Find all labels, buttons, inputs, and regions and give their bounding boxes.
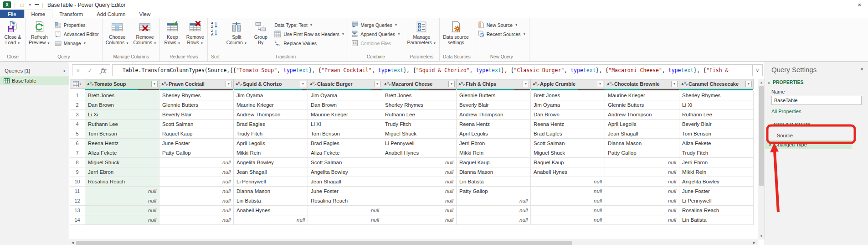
cell[interactable]: Dan Brown — [531, 110, 605, 120]
column-header-tomato-soup[interactable]: ABCTomato Soup▼ — [85, 79, 159, 89]
cell[interactable]: June Foster — [308, 187, 382, 196]
column-header-chocolate-brownie[interactable]: ABCChocolate Brownie▼ — [605, 79, 679, 89]
cell[interactable]: Trudy Fitch — [382, 120, 457, 129]
cell[interactable]: null — [382, 158, 457, 167]
recent-sources-button[interactable]: Recent Sources▼ — [476, 30, 528, 38]
replace-values-button[interactable]: 1 2 Replace Values — [272, 39, 346, 47]
cell[interactable]: Reena Hentz — [531, 120, 605, 129]
cell[interactable]: Mikki Rein — [679, 167, 754, 177]
cell[interactable]: null — [85, 187, 159, 196]
sort-ascending-button[interactable]: A Z — [209, 21, 220, 28]
cell[interactable]: null — [457, 215, 531, 225]
horizontal-scrollbar-thumb[interactable] — [76, 241, 572, 245]
cell[interactable]: Ruthann Lee — [85, 120, 159, 129]
cell[interactable]: null — [308, 215, 382, 225]
cell[interactable]: April Legolis — [234, 139, 308, 148]
cell[interactable]: Jean Shagall — [234, 167, 308, 177]
filter-icon[interactable]: ▼ — [523, 81, 529, 87]
cell[interactable]: Sherley Rhymes — [382, 100, 457, 110]
cell[interactable]: June Foster — [159, 139, 234, 148]
row-number[interactable]: 9 — [70, 167, 85, 177]
cell[interactable]: null — [159, 215, 234, 225]
cell[interactable]: Miguel Shuck — [382, 129, 457, 139]
advanced-editor-button[interactable]: Advanced Editor — [53, 30, 101, 38]
cell[interactable]: Jim Oyama — [234, 91, 308, 100]
scroll-left-icon[interactable]: ◀ — [69, 241, 76, 245]
window-close-icon[interactable]: × — [851, 1, 868, 8]
cell[interactable]: Scott Salman — [159, 120, 234, 129]
vertical-scrollbar-thumb[interactable] — [759, 86, 764, 186]
cell[interactable]: Andrew Thompson — [457, 110, 531, 120]
cell[interactable]: Patty Gallop — [159, 148, 234, 158]
cell[interactable]: Lin Batista — [679, 215, 754, 225]
cell[interactable]: Beverly Blair — [457, 100, 531, 110]
column-header-caramel-cheesecake[interactable]: ABCCaramel Cheesecake▼ — [679, 79, 754, 89]
cell[interactable]: Dianna Mason — [457, 167, 531, 177]
cell[interactable]: null — [457, 196, 531, 206]
tab-home[interactable]: Home — [24, 10, 53, 18]
cell[interactable]: Anabell Hynes — [531, 167, 605, 177]
cell[interactable]: Brad Eagles — [234, 120, 308, 129]
data-type-text-button[interactable]: Data Type: Text▼ — [272, 21, 346, 29]
cell[interactable]: Jean Shagall — [605, 129, 679, 139]
cell[interactable]: Dan Brown — [308, 100, 382, 110]
cell[interactable]: Jerri Ebron — [679, 158, 754, 167]
vertical-scrollbar[interactable]: ▲ ▼ — [758, 79, 765, 240]
cell[interactable]: null — [605, 187, 679, 196]
cell[interactable]: June Foster — [679, 187, 754, 196]
cell[interactable]: null — [382, 206, 457, 215]
cell[interactable]: Brett Jones — [85, 91, 159, 100]
cell[interactable]: null — [605, 167, 679, 177]
row-number[interactable]: 8 — [70, 158, 85, 167]
cell[interactable]: null — [382, 167, 457, 177]
cell[interactable]: Sherley Rhymes — [159, 91, 234, 100]
column-header-classic-burger[interactable]: ABCClassic Burger▼ — [308, 79, 382, 89]
cell[interactable]: null — [85, 215, 159, 225]
cell[interactable]: null — [159, 196, 234, 206]
cell[interactable]: Tom Benson — [308, 129, 382, 139]
row-number[interactable]: 10 — [70, 177, 85, 187]
cell[interactable]: Glennie Butters — [457, 91, 531, 100]
row-number[interactable]: 1 — [70, 91, 85, 100]
group-by-button[interactable]: GroupBy — [250, 19, 272, 54]
scroll-up-icon[interactable]: ▲ — [758, 79, 765, 86]
query-name-input[interactable] — [771, 96, 862, 105]
cell[interactable]: Ruthann Lee — [382, 110, 457, 120]
cell[interactable]: Patty Gallop — [457, 187, 531, 196]
cell[interactable]: null — [382, 196, 457, 206]
row-number[interactable]: 14 — [70, 215, 85, 225]
query-item-basetable[interactable]: BaseTable — [0, 76, 69, 85]
row-number[interactable]: 2 — [70, 100, 85, 110]
collapse-applied-steps-icon[interactable]: ▲ — [767, 123, 770, 126]
cell[interactable]: null — [382, 187, 457, 196]
cell[interactable]: Jean Shagall — [308, 177, 382, 187]
cell[interactable]: Mikki Rein — [234, 148, 308, 158]
formula-cancel-icon[interactable]: × — [77, 67, 80, 74]
merge-queries-button[interactable]: Merge Queries▼ — [349, 21, 402, 29]
applied-step-changed-type[interactable]: ×Changed Type — [765, 140, 852, 149]
cell[interactable]: Maurine Krieger — [605, 91, 679, 100]
cell[interactable]: Anabell Hynes — [382, 148, 457, 158]
applied-step-source[interactable]: Source — [765, 131, 868, 140]
filter-icon[interactable]: ▼ — [151, 81, 158, 87]
cell[interactable]: Miguel Shuck — [85, 158, 159, 167]
cell[interactable]: null — [605, 206, 679, 215]
cell[interactable]: Sherley Rhymes — [679, 91, 754, 100]
cell[interactable]: Brett Jones — [382, 91, 457, 100]
properties-button[interactable]: Properties — [53, 21, 101, 29]
cell[interactable]: null — [85, 196, 159, 206]
scroll-down-icon[interactable]: ▼ — [758, 233, 765, 240]
cell[interactable]: Beverly Blair — [679, 120, 754, 129]
cell[interactable]: null — [159, 187, 234, 196]
cell[interactable]: Li Xi — [308, 120, 382, 129]
append-queries-button[interactable]: Append Queries▼ — [349, 30, 402, 38]
filter-icon[interactable]: ▼ — [671, 81, 678, 87]
tab-transform[interactable]: Transform — [52, 10, 90, 18]
formula-expand-icon[interactable]: ∨ — [753, 64, 763, 76]
column-header-prawn-cocktail[interactable]: ABCPrawn Cocktail▼ — [159, 79, 234, 89]
cell[interactable]: Jerri Ebron — [85, 167, 159, 177]
cell[interactable]: Jerri Ebron — [457, 139, 531, 148]
feedback-smiley-icon[interactable]: ☺ — [19, 2, 25, 8]
cell[interactable]: null — [531, 206, 605, 215]
filter-icon[interactable]: ▼ — [226, 81, 232, 87]
